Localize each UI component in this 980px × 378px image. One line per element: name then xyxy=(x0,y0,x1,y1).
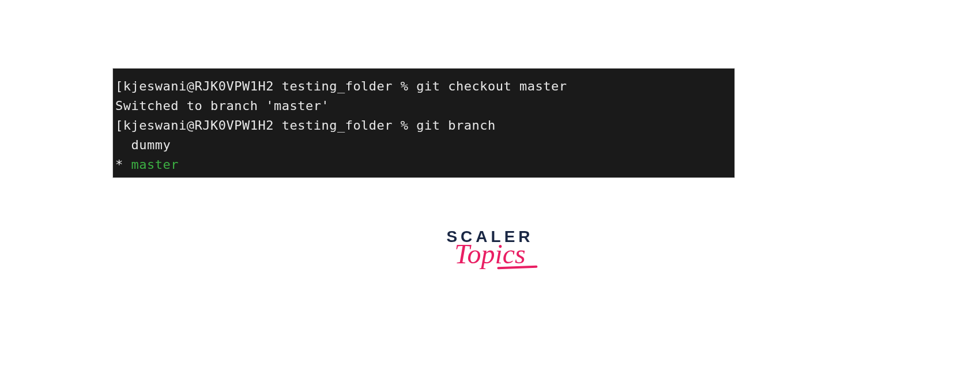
prompt-symbol: % xyxy=(401,118,409,133)
prompt-bracket: [ xyxy=(115,118,123,133)
terminal-prompt-line-1: [kjeswani@RJK0VPW1H2 testing_folder % gi… xyxy=(115,77,732,96)
command-text: git checkout master xyxy=(416,79,567,93)
branch-current-marker: * xyxy=(115,157,131,172)
command-text: git branch xyxy=(416,118,495,133)
prompt-path: testing_folder xyxy=(282,118,393,133)
terminal-output-line: Switched to branch 'master' xyxy=(115,96,732,116)
prompt-user-host: kjeswani@RJK0VPW1H2 xyxy=(123,79,274,93)
branch-marker xyxy=(115,138,131,152)
branch-list-item-current: * master xyxy=(115,155,732,175)
prompt-symbol: % xyxy=(401,79,409,93)
logo: SCALER Topics xyxy=(446,228,533,273)
branch-name: dummy xyxy=(131,138,171,152)
prompt-bracket: [ xyxy=(115,79,123,93)
prompt-user-host: kjeswani@RJK0VPW1H2 xyxy=(123,118,274,133)
prompt-path: testing_folder xyxy=(282,79,393,93)
terminal-prompt-line-2: [kjeswani@RJK0VPW1H2 testing_folder % gi… xyxy=(115,116,732,135)
terminal-window[interactable]: [kjeswani@RJK0VPW1H2 testing_folder % gi… xyxy=(112,68,735,178)
branch-name-current: master xyxy=(131,157,179,172)
logo-text-topics: Topics xyxy=(446,238,533,270)
branch-list-item: dummy xyxy=(115,135,732,155)
terminal-line-truncated xyxy=(115,68,732,77)
